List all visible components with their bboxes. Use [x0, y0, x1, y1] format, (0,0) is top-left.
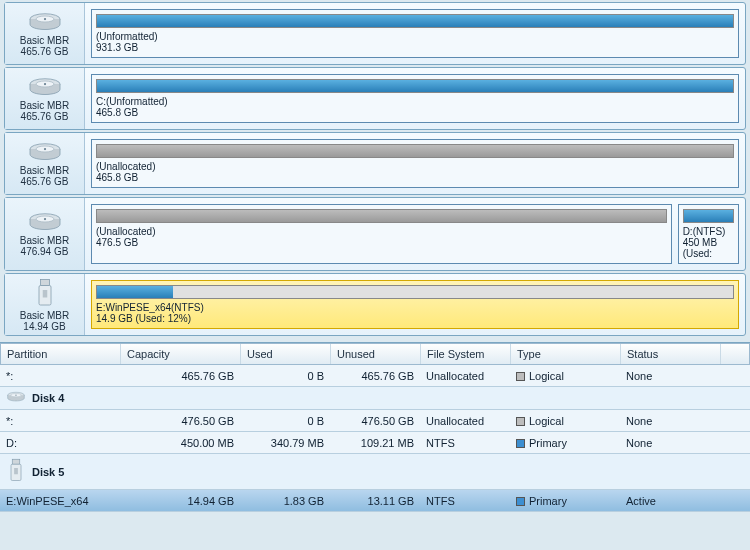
table-cell: None — [620, 434, 720, 452]
table-cell: NTFS — [420, 434, 510, 452]
column-header[interactable]: Unused — [331, 344, 421, 364]
partition-block[interactable]: D:(NTFS)450 MB (Used: — [678, 204, 739, 264]
table-row[interactable]: *:476.50 GB0 B476.50 GBUnallocatedLogica… — [0, 410, 750, 432]
usage-bar — [96, 79, 734, 93]
usage-bar-fill — [97, 210, 666, 222]
table-body: *:465.76 GB0 B465.76 GBUnallocatedLogica… — [0, 365, 750, 512]
svg-point-2 — [43, 17, 45, 19]
hard-disk-icon — [27, 141, 63, 165]
partition-size: 931.3 GB — [96, 42, 734, 53]
table-cell: 1.83 GB — [240, 492, 330, 510]
table-cell: Logical — [510, 412, 620, 430]
table-cell: D: — [0, 434, 120, 452]
disk-row[interactable]: Basic MBR465.76 GB(Unformatted)931.3 GB — [4, 2, 746, 65]
partition-container: (Unformatted)931.3 GB — [85, 3, 745, 64]
table-row[interactable]: D:450.00 MB340.79 MB109.21 MBNTFSPrimary… — [0, 432, 750, 454]
table-cell: 0 B — [240, 412, 330, 430]
column-header[interactable]: File System — [421, 344, 511, 364]
disk-group-row[interactable]: Disk 4 — [0, 387, 750, 410]
partition-label: D:(NTFS) — [683, 226, 734, 237]
table-cell: *: — [0, 367, 120, 385]
disk-info: Basic MBR465.76 GB — [5, 68, 85, 129]
table-cell: Primary — [510, 434, 620, 452]
table-header: PartitionCapacityUsedUnusedFile SystemTy… — [0, 343, 750, 365]
partition-label: (Unformatted) — [96, 31, 734, 42]
svg-point-17 — [15, 395, 16, 396]
disk-size-label: 476.94 GB — [21, 246, 69, 257]
usage-bar-fill — [97, 286, 173, 298]
table-cell: 476.50 GB — [120, 412, 240, 430]
partition-container: E:WinPESE_x64(NTFS)14.9 GB (Used: 12%) — [85, 274, 745, 335]
disk-size-label: 465.76 GB — [21, 46, 69, 57]
table-cell: None — [620, 412, 720, 430]
hard-disk-icon — [6, 391, 26, 405]
svg-rect-14 — [42, 290, 47, 298]
usage-bar — [96, 285, 734, 299]
disk-group-row[interactable]: Disk 5 — [0, 454, 750, 490]
partition-size: 465.8 GB — [96, 172, 734, 183]
type-color-swatch — [516, 497, 525, 506]
disk-size-label: 465.76 GB — [21, 111, 69, 122]
disk-info: Basic MBR465.76 GB — [5, 133, 85, 194]
table-cell: 450.00 MB — [120, 434, 240, 452]
table-cell: 0 B — [240, 367, 330, 385]
table-row[interactable]: *:465.76 GB0 B465.76 GBUnallocatedLogica… — [0, 365, 750, 387]
usage-bar-fill — [97, 80, 733, 92]
table-cell: 476.50 GB — [330, 412, 420, 430]
usb-drive-icon — [30, 278, 60, 310]
partition-label: E:WinPESE_x64(NTFS) — [96, 302, 734, 313]
table-cell: E:WinPESE_x64 — [0, 492, 120, 510]
disk-row[interactable]: Basic MBR465.76 GBC:(Unformatted)465.8 G… — [4, 67, 746, 130]
disk-type-label: Basic MBR — [20, 35, 69, 46]
column-header[interactable]: Partition — [1, 344, 121, 364]
hard-disk-icon — [27, 211, 63, 235]
partition-block[interactable]: (Unallocated)465.8 GB — [91, 139, 739, 188]
svg-rect-18 — [12, 459, 20, 464]
partition-size: 476.5 GB — [96, 237, 667, 248]
disk-size-label: 14.94 GB — [23, 321, 65, 332]
partition-block[interactable]: E:WinPESE_x64(NTFS)14.9 GB (Used: 12%) — [91, 280, 739, 329]
partition-size: 465.8 GB — [96, 107, 734, 118]
disk-size-label: 465.76 GB — [21, 176, 69, 187]
partition-label: (Unallocated) — [96, 161, 734, 172]
type-label: Primary — [529, 495, 567, 507]
partition-size: 14.9 GB (Used: 12%) — [96, 313, 734, 324]
partition-block[interactable]: C:(Unformatted)465.8 GB — [91, 74, 739, 123]
table-cell: 109.21 MB — [330, 434, 420, 452]
disk-row[interactable]: Basic MBR14.94 GBE:WinPESE_x64(NTFS)14.9… — [4, 273, 746, 336]
disk-type-label: Basic MBR — [20, 310, 69, 321]
table-cell: Active — [620, 492, 720, 510]
disk-type-label: Basic MBR — [20, 235, 69, 246]
partition-block[interactable]: (Unformatted)931.3 GB — [91, 9, 739, 58]
partition-block[interactable]: (Unallocated)476.5 GB — [91, 204, 672, 264]
table-cell: None — [620, 367, 720, 385]
partition-container: C:(Unformatted)465.8 GB — [85, 68, 745, 129]
table-cell: 13.11 GB — [330, 492, 420, 510]
disk-type-label: Basic MBR — [20, 100, 69, 111]
type-color-swatch — [516, 417, 525, 426]
partition-size: 450 MB (Used: — [683, 237, 734, 259]
usb-drive-icon — [6, 458, 26, 485]
partition-container: (Unallocated)476.5 GBD:(NTFS)450 MB (Use… — [85, 198, 745, 270]
usage-bar-fill — [684, 210, 733, 222]
svg-rect-20 — [14, 468, 18, 474]
column-header[interactable]: Capacity — [121, 344, 241, 364]
disk-row[interactable]: Basic MBR476.94 GB(Unallocated)476.5 GBD… — [4, 197, 746, 271]
disk-graphical-list: Basic MBR465.76 GB(Unformatted)931.3 GBB… — [0, 2, 750, 336]
disk-row[interactable]: Basic MBR465.76 GB(Unallocated)465.8 GB — [4, 132, 746, 195]
usage-bar — [96, 14, 734, 28]
usage-bar-fill — [97, 145, 733, 157]
svg-point-11 — [43, 218, 45, 220]
column-header[interactable]: Used — [241, 344, 331, 364]
table-cell: Unallocated — [420, 412, 510, 430]
table-cell: 340.79 MB — [240, 434, 330, 452]
table-row[interactable]: E:WinPESE_x6414.94 GB1.83 GB13.11 GBNTFS… — [0, 490, 750, 512]
table-cell: 465.76 GB — [330, 367, 420, 385]
column-header[interactable]: Status — [621, 344, 721, 364]
column-header[interactable]: Type — [511, 344, 621, 364]
table-cell: 465.76 GB — [120, 367, 240, 385]
type-color-swatch — [516, 439, 525, 448]
disk-group-label: Disk 5 — [32, 466, 64, 478]
partition-label: C:(Unformatted) — [96, 96, 734, 107]
type-color-swatch — [516, 372, 525, 381]
